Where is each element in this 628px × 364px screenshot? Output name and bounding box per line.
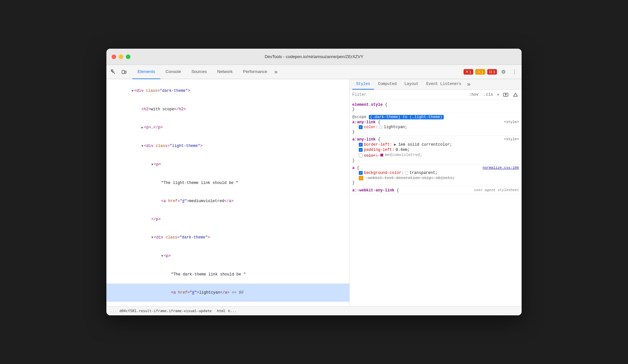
status-bar: ... d04cf581.result-iframe.iframe-visual… — [106, 306, 522, 315]
dom-row[interactable]: "The light-theme link should be " — [106, 174, 349, 192]
hov-button[interactable]: :hov — [468, 92, 480, 98]
devtools-toolbar: Elements Console Sources Network Perform… — [106, 65, 522, 79]
rule-selector[interactable]: a:any-link — [352, 137, 376, 142]
triangle-icon[interactable] — [151, 163, 153, 166]
prop-checkbox[interactable] — [359, 171, 363, 175]
dom-row[interactable]: <p> — [106, 247, 349, 265]
settings-button[interactable]: ⚙ — [499, 67, 508, 77]
cls-button[interactable]: .cls — [482, 92, 494, 98]
rule-closing: } — [352, 107, 519, 112]
tab-elements[interactable]: Elements — [132, 65, 160, 79]
more-tabs-button[interactable]: » — [272, 65, 280, 79]
svg-rect-2 — [125, 71, 126, 73]
svg-rect-1 — [122, 70, 125, 74]
tab-layout[interactable]: Layout — [401, 79, 422, 90]
styles-tabs: Styles Computed Layout Event Listeners » — [350, 79, 522, 90]
color-swatch-mediumvioletred[interactable] — [380, 153, 383, 157]
prop-line: padding-left: 0.4em; — [352, 147, 519, 152]
dom-row[interactable]: <div class="dark-theme"> — [106, 82, 349, 100]
maximize-button[interactable] — [126, 55, 130, 59]
inspect-element-button[interactable] — [109, 67, 118, 77]
triangle-icon[interactable] — [141, 126, 143, 129]
rule-header: a { normalize.css:106 — [352, 166, 519, 170]
prop-checkbox[interactable] — [359, 153, 363, 157]
prop-line: background-color: transparent; — [352, 170, 519, 176]
rule-source[interactable]: <style> — [504, 137, 519, 141]
dom-row[interactable]: <a href="#">mediumvioletred</a> — [106, 192, 349, 210]
triangle-icon[interactable] — [141, 144, 143, 148]
prop-checkbox[interactable] — [359, 125, 363, 129]
error-badge[interactable]: ✕ 1 — [464, 69, 473, 75]
prop-checkbox[interactable] — [359, 143, 363, 147]
toolbar-icons — [109, 67, 128, 77]
tab-network[interactable]: Network — [212, 65, 238, 79]
dom-row[interactable]: </p> — [106, 210, 349, 228]
tab-performance[interactable]: Performance — [238, 65, 272, 79]
warning-badge[interactable]: ⚠ 1 — [475, 69, 485, 75]
styles-content: element.style { } @scope (.dark-theme) t… — [350, 100, 522, 196]
issues-badge[interactable]: ⊡ 3 — [487, 69, 497, 75]
dom-row[interactable]: <h2>with scope</h2> — [106, 100, 349, 118]
rule-selector[interactable]: element.style — [352, 103, 383, 107]
color-format-button[interactable] — [512, 91, 519, 98]
rule-header: @scope (.dark-theme) to (.light-theme) — [352, 115, 519, 119]
main-content: <div class="dark-theme"> <h2>with scope<… — [106, 79, 522, 306]
tab-event-listeners[interactable]: Event Listeners — [422, 79, 465, 90]
prop-line-strikethrough-warning: ⚠ -webkit-text-decoration-skip: objects; — [352, 176, 519, 181]
styles-panel: Styles Computed Layout Event Listeners »… — [350, 79, 522, 306]
triangle-icon[interactable] — [161, 254, 163, 258]
status-html[interactable]: html — [217, 309, 226, 313]
titlebar: DevTools - codepen.io/miriamsuzanne/pen/… — [106, 49, 522, 65]
rule-closing: } — [352, 158, 519, 163]
error-icon: ✕ — [465, 70, 468, 74]
dom-row[interactable]: "The dark-theme link should be " — [106, 265, 349, 284]
sub-selector[interactable]: a:any-link — [352, 120, 376, 125]
status-more: b... — [228, 309, 237, 313]
scope-highlight: (.dark-theme) to (.light-theme) — [369, 115, 444, 119]
dom-row[interactable]: <p> — [106, 155, 349, 174]
rule-selector[interactable]: a — [352, 166, 355, 170]
add-style-rule-button[interactable]: + — [497, 92, 500, 97]
rule-selector[interactable]: a:-webkit-any-link — [352, 188, 394, 193]
style-rule-a: a { normalize.css:106 background-color: … — [350, 164, 522, 187]
tab-styles[interactable]: Styles — [352, 79, 374, 90]
dom-row-selected[interactable]: <a href="#">lightcyan</a> == $0 — [106, 284, 349, 302]
dom-row[interactable]: <div class="dark-theme"> — [106, 228, 349, 247]
more-options-button[interactable]: ⋮ — [510, 67, 519, 77]
status-path[interactable]: d04cf581.result-iframe.iframe-visual-upd… — [119, 309, 212, 313]
tab-console[interactable]: Console — [160, 65, 186, 79]
triangle-icon[interactable] — [151, 236, 153, 239]
warning-triangle-icon: ⚠ — [359, 176, 363, 180]
rule-header: a:-webkit-any-link { user agent styleshe… — [352, 188, 519, 193]
dom-panel[interactable]: <div class="dark-theme"> <h2>with scope<… — [106, 79, 350, 306]
prop-line-strikethrough: color: mediumvioletred; — [352, 152, 519, 158]
dom-row[interactable]: </p> — [106, 302, 349, 306]
toggle-element-state-button[interactable] — [502, 91, 509, 98]
color-swatch[interactable] — [379, 126, 382, 129]
more-style-tabs-button[interactable]: » — [465, 81, 473, 88]
prop-checkbox[interactable] — [359, 148, 363, 152]
traffic-lights — [112, 55, 130, 59]
color-swatch-transparent[interactable] — [405, 171, 408, 175]
style-rule-any-link: a:any-link { <style> border-left: ▶ 1em … — [350, 136, 522, 164]
issues-icon: ⊡ — [489, 70, 492, 74]
filter-input[interactable] — [352, 92, 465, 97]
rule-closing: } — [352, 130, 519, 134]
dom-row[interactable]: <p>…</p> — [106, 118, 349, 137]
status-ellipsis: ... — [110, 309, 117, 313]
tab-computed[interactable]: Computed — [374, 79, 401, 90]
rule-source-link[interactable]: normalize.css:106 — [483, 166, 519, 170]
style-rule-webkit-any-link: a:-webkit-any-link { user agent styleshe… — [350, 187, 522, 194]
tab-sources[interactable]: Sources — [186, 65, 212, 79]
rule-closing: } — [352, 181, 519, 185]
styles-filter-bar: :hov .cls + — [350, 90, 522, 100]
rule-source[interactable]: <style> — [504, 120, 519, 124]
prop-line: color: lightcyan; — [352, 125, 519, 130]
close-button[interactable] — [112, 55, 116, 59]
device-toolbar-button[interactable] — [119, 67, 128, 77]
dom-row[interactable]: <div class="light-theme"> — [106, 137, 349, 155]
style-rule-element: element.style { } — [350, 101, 522, 113]
triangle-icon[interactable] — [132, 89, 134, 93]
rule-header: a:any-link { <style> — [352, 137, 519, 142]
minimize-button[interactable] — [119, 55, 123, 59]
